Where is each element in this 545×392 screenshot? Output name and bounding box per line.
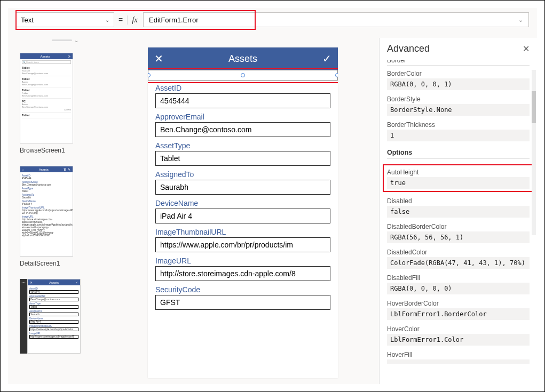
thumb-label: BrowseScreen1	[20, 147, 89, 154]
property-row: HoverColorLblFormError1.Color	[387, 325, 530, 346]
prop-value-autoheight[interactable]: true	[387, 177, 530, 189]
property-row: DisabledColorColorFade(RGBA(47, 41, 43, …	[387, 249, 530, 269]
chevron-down-icon[interactable]: ⌄	[518, 17, 523, 23]
prop-value[interactable]: LblFormError1.Color	[387, 334, 530, 346]
prop-value[interactable]: RGBA(0, 0, 0, 0)	[387, 283, 530, 294]
resize-handle[interactable]	[335, 73, 338, 77]
prop-value[interactable]: RGBA(56, 56, 56, 1)	[387, 231, 530, 243]
resize-handle[interactable]	[148, 73, 151, 77]
screen-thumbnails: Assets⟳ 🔍 Search items TabletSaurabhBen.…	[20, 53, 89, 354]
form-field: ApproverEmailBen.Change@contoso.com	[155, 113, 330, 137]
field-input[interactable]: iPad Air 4	[155, 209, 330, 223]
close-icon[interactable]: ✕	[154, 52, 163, 65]
formula-bar: Text ⌄ = fx EditForm1.Error ⌄	[16, 12, 529, 27]
property-row: BorderThickness1	[387, 121, 530, 141]
field-label: AssetID	[155, 84, 330, 92]
prop-value[interactable]: ColorFade(RGBA(47, 41, 43, 1), 70%)	[387, 257, 530, 269]
field-label: AssetType	[155, 141, 330, 150]
form-field: AssetID4545444	[155, 84, 330, 108]
property-selector[interactable]: Text ⌄	[16, 12, 114, 27]
property-selector-value: Text	[21, 16, 34, 24]
field-label: AssignedTo	[155, 170, 330, 179]
ellipsis-icon[interactable]: ⋯	[20, 279, 27, 354]
prop-label: Disabled	[387, 197, 530, 205]
prop-value[interactable]: RGBA(0, 0, 0, 1)	[387, 78, 530, 90]
field-input[interactable]: Saurabh	[155, 180, 330, 195]
panel-collapse-handle[interactable]: ⌄	[52, 37, 78, 43]
form-field: AssetTypeTablet	[155, 141, 330, 166]
field-label: ImageThumbnailURL	[155, 228, 330, 236]
field-label: ApproverEmail	[155, 113, 330, 121]
property-row: BorderStyleBorderStyle.None	[387, 95, 530, 116]
field-input[interactable]: 4545444	[155, 93, 330, 108]
prop-label: HoverBorderColor	[387, 300, 530, 307]
property-row: HoverBorderColorLblFormError1.BorderColo…	[387, 300, 530, 320]
resize-handle[interactable]	[241, 73, 245, 77]
field-input[interactable]: GFST	[155, 295, 330, 310]
form-field: ImageThumbnailURLhttps://www.apple.com/b…	[155, 228, 330, 252]
field-input[interactable]: http://store.storeimages.cdn-apple.com/8	[155, 266, 330, 281]
field-input[interactable]: https://www.apple.com/br/pr/products/im	[155, 237, 330, 252]
prop-value[interactable]	[387, 359, 530, 364]
formula-input[interactable]: EditForm1.Error ⌄	[143, 12, 529, 27]
thumb-label: DetailScreen1	[20, 260, 89, 267]
field-label: DeviceName	[155, 199, 330, 207]
close-icon[interactable]: ✕	[523, 44, 530, 54]
chevron-down-icon: ⌄	[74, 37, 78, 43]
field-label: SecurityCode	[155, 285, 330, 294]
prop-label: HoverFill	[387, 351, 530, 358]
form-field: DeviceNameiPad Air 4	[155, 199, 330, 223]
edit-form-canvas: ✕ Assets ✓ A AssetID4545444ApproverEmail…	[148, 47, 338, 378]
form-title: Assets	[228, 53, 257, 65]
form-field: SecurityCodeGFST	[155, 285, 330, 310]
property-row: HoverFill	[387, 351, 530, 364]
thumb-title: Assets	[40, 55, 50, 58]
property-row: DisabledFillRGBA(0, 0, 0, 0)	[387, 274, 530, 294]
form-body: AssetID4545444ApproverEmailBen.Change@co…	[148, 81, 338, 317]
chevron-down-icon: ⌄	[105, 17, 109, 23]
scrollbar-thumb[interactable]	[532, 91, 536, 123]
form-header: ✕ Assets ✓	[148, 47, 338, 70]
equals-sign: =	[117, 15, 124, 24]
thumb-edit[interactable]: ⋯ ✕Assets✓ AssetID4545444ApproverEMailBe…	[20, 279, 89, 354]
form-field: AssignedToSaurabh	[155, 170, 330, 195]
selected-error-label[interactable]: A	[148, 70, 338, 81]
field-input[interactable]: Ben.Change@contoso.com	[155, 122, 330, 137]
formula-expression: EditForm1.Error	[149, 16, 198, 24]
prop-label-autoheight: AutoHeight	[387, 169, 530, 176]
advanced-panel: Advanced ✕ Border BorderColorRGBA(0, 0, …	[379, 38, 537, 384]
prop-value[interactable]: false	[387, 206, 530, 218]
thumb-detail[interactable]: ‹Assets🗑 ✎ AssetID4545444ApproverEMailBe…	[20, 166, 89, 267]
prop-label: BorderThickness	[387, 121, 530, 129]
thumb-title: Assets	[49, 281, 59, 284]
prop-label: BorderColor	[387, 70, 530, 77]
property-row: Disabledfalse	[387, 197, 530, 218]
property-row: BorderColorRGBA(0, 0, 0, 1)	[387, 70, 530, 90]
field-label: ImageURL	[155, 257, 330, 265]
field-input[interactable]: Tablet	[155, 151, 330, 166]
section-border-cut: Border	[387, 60, 530, 66]
check-icon[interactable]: ✓	[322, 52, 331, 65]
prop-value[interactable]: 1	[387, 130, 530, 141]
prop-label: DisabledBorderColor	[387, 223, 530, 230]
prop-label: DisabledColor	[387, 249, 530, 256]
section-options: Options	[387, 147, 530, 159]
prop-value[interactable]: BorderStyle.None	[387, 104, 530, 116]
prop-label: HoverColor	[387, 325, 530, 333]
advanced-title: Advanced	[387, 43, 430, 54]
highlight-autoheight: AutoHeight true	[383, 164, 534, 192]
prop-label: BorderStyle	[387, 95, 530, 103]
thumb-browse[interactable]: Assets⟳ 🔍 Search items TabletSaurabhBen.…	[20, 53, 89, 154]
property-row: DisabledBorderColorRGBA(56, 56, 56, 1)	[387, 223, 530, 243]
fx-icon: fx	[127, 15, 140, 25]
prop-label: DisabledFill	[387, 274, 530, 282]
prop-value[interactable]: LblFormError1.BorderColor	[387, 308, 530, 320]
form-field: ImageURLhttp://store.storeimages.cdn-app…	[155, 257, 330, 281]
thumb-title: Assets	[39, 168, 49, 171]
